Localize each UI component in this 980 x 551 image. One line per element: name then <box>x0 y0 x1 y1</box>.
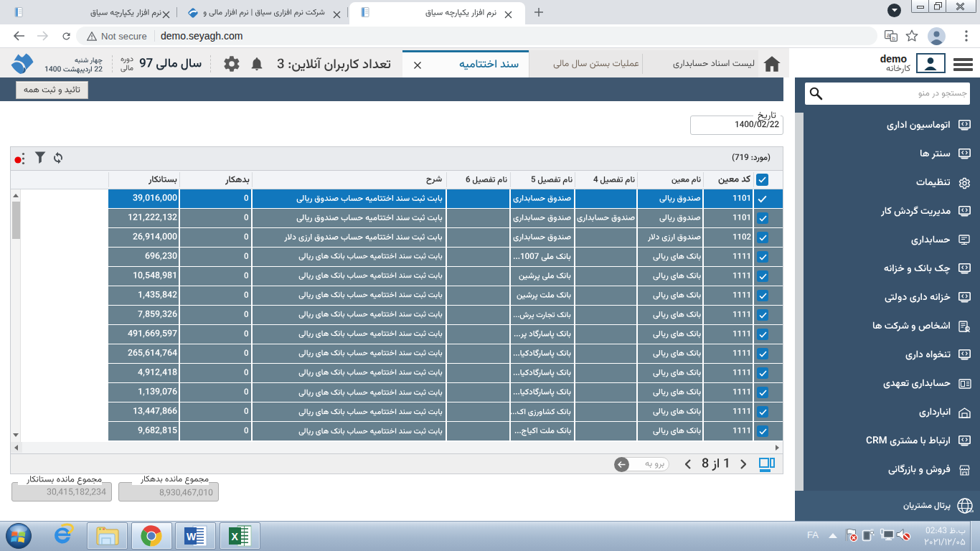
svg-text:b: b <box>892 35 896 42</box>
svg-text:X: X <box>232 531 239 542</box>
svg-text:E-Care: E-Care <box>966 509 974 513</box>
svg-text:a: a <box>887 32 890 39</box>
svg-text:W: W <box>187 531 197 542</box>
